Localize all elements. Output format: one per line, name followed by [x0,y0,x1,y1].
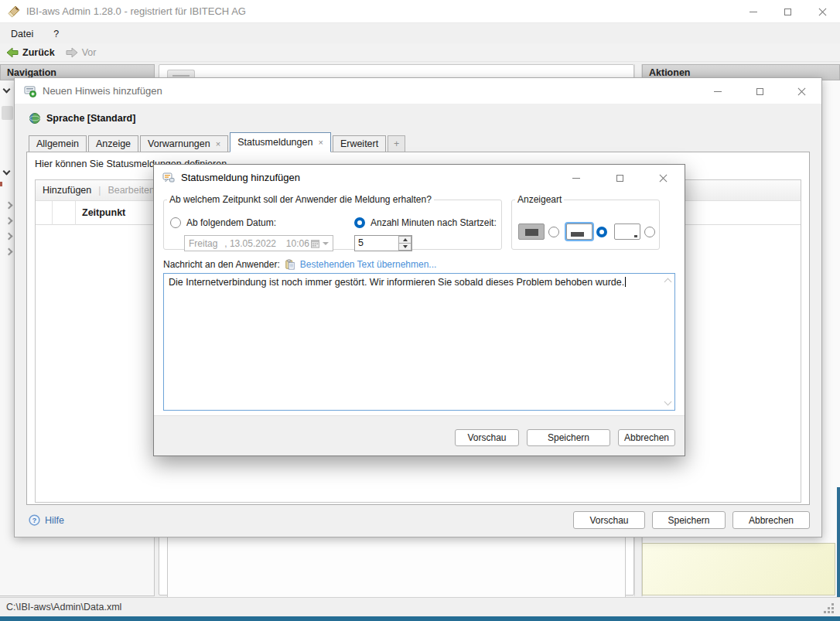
status-dialog-footer: Vorschau Speichern Abbrechen [154,415,685,456]
save-button[interactable]: Speichern [527,429,610,446]
help-icon: ? [29,514,40,526]
spinner-buttons [398,236,411,251]
banner-thumbnail-icon[interactable] [566,223,592,240]
tab-allgemein[interactable]: Allgemein [29,135,87,152]
paste-text-icon[interactable] [285,259,295,270]
menu-help[interactable]: ? [53,29,59,39]
date-time: 10:06 [286,238,309,249]
tab-erweitert[interactable]: Erweitert [333,135,386,152]
tab-close-icon[interactable]: × [216,140,220,148]
tree-expander-right-icon[interactable] [5,217,13,225]
message-label: Nachricht an den Anwender: [163,259,280,270]
status-dialog-window-controls [561,165,678,190]
hint-dialog-buttons: Vorschau Speichern Abbrechen [573,511,810,529]
windowed-thumbnail-icon[interactable] [614,223,640,240]
preview-button[interactable]: Vorschau [573,511,645,529]
toolbar-separator: | [98,185,101,196]
tab-vorwarnungen[interactable]: Vorwarnungen× [140,135,228,152]
timing-groupbox: Ab welchem Zeitpunkt soll der Anwender d… [163,194,502,250]
text-cursor [625,277,626,287]
display-mode-options [518,223,655,240]
tree-expander-right-icon[interactable] [5,248,13,256]
message-text: Die Internetverbindung ist noch immer ge… [169,277,624,288]
menu-datei[interactable]: Datei [11,29,33,39]
cancel-button[interactable]: Abbrechen [732,511,810,529]
tab-close-icon[interactable]: × [318,138,323,147]
display-option-fullscreen[interactable] [518,223,559,240]
take-existing-text-link[interactable]: Bestehenden Text übernehmen... [300,259,437,270]
minutes-option[interactable]: Anzahl Minuten nach Startzeit: [354,217,497,228]
calendar-icon[interactable] [311,239,319,248]
tab-add[interactable]: + [388,135,405,152]
maximize-icon[interactable] [604,165,635,190]
tab-anzeige[interactable]: Anzeige [88,135,138,152]
tree-expander-down-icon[interactable] [3,86,11,94]
scroll-up-icon[interactable] [664,278,672,286]
minutes-value[interactable]: 5 [355,236,398,251]
date-weekday: Freitag [189,238,224,249]
date-value: , 13.05.2022 [224,238,286,249]
tree-selected-item[interactable] [2,106,13,120]
display-mode-groupbox: Anzeigeart [511,194,660,250]
hint-dialog-title: Neuen Hinweis hinzufügen [43,85,162,97]
spin-up-icon[interactable] [398,236,411,244]
close-icon[interactable] [786,79,817,104]
status-file-path: C:\IBI-aws\Admin\Data.xml [6,602,121,612]
windowed-radio[interactable] [644,227,655,237]
date-option[interactable]: Ab folgendem Datum: [170,217,276,228]
message-textarea[interactable]: Die Internetverbindung ist noch immer ge… [163,273,675,411]
screen: IBI-aws Admin 1.28.0 - registriert für I… [0,0,840,621]
display-option-banner[interactable] [566,223,607,240]
svg-text:?: ? [32,517,36,524]
status-dialog-titlebar: Statusmeldung hinzufügen [154,165,685,190]
close-icon[interactable] [647,165,678,190]
status-dialog-title: Statusmeldung hinzufügen [181,172,300,183]
message-row: Nachricht an den Anwender: Bestehenden T… [163,259,436,270]
preview-button[interactable]: Vorschau [455,429,519,446]
spin-down-icon[interactable] [398,244,411,251]
tree-expander-down-icon[interactable] [3,168,11,176]
language-label: Sprache [Standard] [46,113,135,124]
dropdown-caret-icon[interactable] [323,242,329,245]
hint-dialog-titlebar: Neuen Hinweis hinzufügen [15,78,821,104]
app-icon [8,5,20,18]
column-header-zeitpunkt[interactable]: Zeitpunkt [82,201,125,225]
window-title: IBI-aws Admin 1.28.0 - registriert für I… [26,5,246,17]
cancel-button[interactable]: Abbrechen [618,429,675,446]
minimize-icon[interactable] [702,79,733,104]
resize-grip-icon[interactable] [831,603,834,606]
close-icon[interactable] [805,0,840,23]
actions-note-box [642,543,835,595]
back-button[interactable]: Zurück [6,47,55,58]
display-group-label: Anzeigeart [515,194,564,205]
hint-dialog-tabs: Allgemein Anzeige Vorwarnungen× Statusme… [29,132,405,152]
save-button[interactable]: Speichern [652,511,726,529]
list-edit-button[interactable]: Bearbeiten [108,185,154,196]
date-picker[interactable]: Freitag , 13.05.2022 10:06 [184,235,333,251]
maximize-icon[interactable] [744,79,775,104]
forward-button[interactable]: Vor [66,47,97,58]
minutes-spinner[interactable]: 5 [354,235,412,251]
tree-expander-right-icon[interactable] [5,202,13,210]
tree-expander-right-icon[interactable] [5,233,13,241]
main-window-controls [736,0,840,23]
help-link[interactable]: ? Hilfe [29,514,64,526]
display-option-windowed[interactable] [614,223,655,240]
tab-statusmeldungen[interactable]: Statusmeldungen× [230,132,331,152]
maximize-icon[interactable] [770,0,805,23]
fullscreen-thumbnail-icon[interactable] [518,223,545,240]
window-bottom-edge [0,616,840,621]
list-add-button[interactable]: Hinzufügen [43,185,91,196]
hint-dialog-window-controls [702,79,817,104]
minimize-icon[interactable] [736,0,770,23]
date-radio[interactable] [170,217,181,228]
forward-arrow-icon [66,47,78,58]
minutes-radio[interactable] [354,217,365,228]
tree-item-icon [0,182,2,186]
statusbar: C:\IBI-aws\Admin\Data.xml [0,597,840,616]
fullscreen-radio[interactable] [548,227,559,237]
banner-radio[interactable] [596,227,607,237]
minimize-icon[interactable] [561,165,592,190]
language-selector[interactable]: Sprache [Standard] [29,112,135,125]
scroll-down-icon[interactable] [664,398,672,406]
